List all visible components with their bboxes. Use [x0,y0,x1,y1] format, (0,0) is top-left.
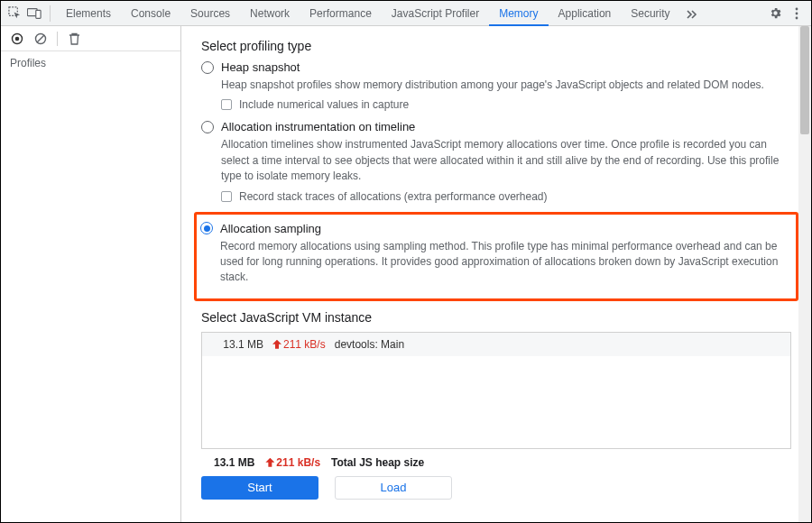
svg-line-9 [37,35,44,42]
settings-icon[interactable] [764,1,786,26]
highlighted-option: Allocation sampling Record memory alloca… [194,212,798,301]
tab-sources[interactable]: Sources [180,1,240,26]
scrollbar-thumb[interactable] [800,26,809,134]
checkbox-include-numerical[interactable] [221,99,232,110]
load-button[interactable]: Load [335,476,452,500]
divider [50,5,51,22]
totals-row: 13.1 MB 211 kB/s Total JS heap size [201,449,791,476]
checkbox-label[interactable]: Record stack traces of allocations (extr… [239,190,548,203]
vm-rate: 211 kB/s [272,338,326,351]
device-toggle-icon[interactable] [24,4,44,23]
devtools-tabbar: ElementsConsoleSourcesNetworkPerformance… [1,1,811,26]
start-button[interactable]: Start [201,476,318,500]
section-vm-instance: Select JavaScript VM instance [201,310,791,325]
tab-application[interactable]: Application [549,1,622,26]
total-label: Total JS heap size [331,456,424,469]
tab-performance[interactable]: Performance [300,1,382,26]
svg-point-4 [796,12,798,14]
record-icon[interactable] [10,32,24,46]
divider [57,32,58,46]
tab-memory[interactable]: Memory [489,1,548,26]
vm-instance-list: 13.1 MB 211 kB/s devtools: Main [201,332,791,449]
tab-elements[interactable]: Elements [56,1,121,26]
inspect-icon[interactable] [5,4,24,23]
option-title[interactable]: Allocation sampling [220,222,321,235]
main-panel: Select profiling type Heap snapshot Heap… [181,26,811,522]
option-desc: Record memory allocations using sampling… [220,239,787,286]
up-arrow-icon [265,458,274,467]
clear-icon[interactable] [33,32,48,46]
radio-allocation-timeline[interactable] [201,121,214,133]
option-title[interactable]: Heap snapshot [221,60,300,74]
svg-point-7 [15,36,20,41]
option-heap-snapshot: Heap snapshot Heap snapshot profiles sho… [201,60,791,111]
up-arrow-icon [272,340,281,349]
option-desc: Heap snapshot profiles show memory distr… [221,78,791,93]
more-tabs-icon[interactable] [680,1,702,26]
tab-security[interactable]: Security [621,1,679,26]
option-allocation-timeline: Allocation instrumentation on timeline A… [201,120,791,202]
vm-size: 13.1 MB [215,338,263,351]
sidebar-toolbar [1,26,180,51]
total-size: 13.1 MB [214,456,254,469]
radio-heap-snapshot[interactable] [201,61,214,74]
scrollbar[interactable] [798,26,811,522]
delete-icon[interactable] [67,32,81,46]
svg-rect-2 [36,10,41,18]
svg-point-5 [796,16,798,19]
sidebar: Profiles [1,26,181,522]
option-allocation-sampling: Allocation sampling Record memory alloca… [200,222,787,286]
checkbox-label[interactable]: Include numerical values in capture [239,98,409,111]
kebab-menu-icon[interactable] [786,1,807,26]
option-desc: Allocation timelines show instrumented J… [221,137,791,184]
total-rate: 211 kB/s [265,456,320,469]
option-title[interactable]: Allocation instrumentation on timeline [221,120,415,133]
sidebar-header: Profiles [1,51,180,75]
section-profiling-type: Select profiling type [201,39,791,53]
svg-point-3 [796,7,798,10]
vm-name: devtools: Main [335,338,404,351]
radio-allocation-sampling[interactable] [200,222,213,234]
checkbox-record-stack-traces[interactable] [221,191,232,202]
button-row: Start Load [201,476,791,500]
vm-instance-row[interactable]: 13.1 MB 211 kB/s devtools: Main [202,333,790,356]
tab-javascript-profiler[interactable]: JavaScript Profiler [382,1,489,26]
tab-network[interactable]: Network [240,1,300,26]
tab-console[interactable]: Console [121,1,180,26]
